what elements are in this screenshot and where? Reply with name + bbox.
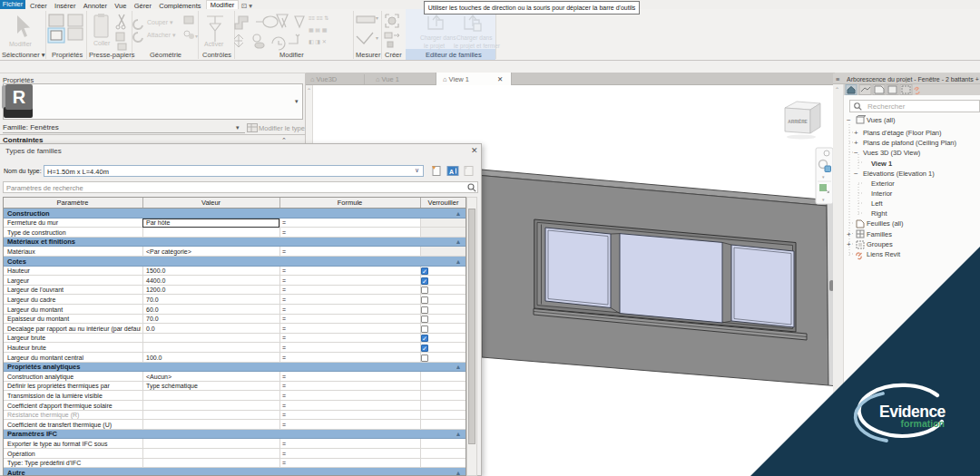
- svg-text:Couper ▾: Couper ▾: [147, 19, 173, 26]
- svg-text:Charger dans: Charger dans: [456, 34, 493, 42]
- svg-text:ARRIÈRE: ARRIÈRE: [788, 118, 808, 124]
- svg-text:Coller: Coller: [93, 40, 111, 46]
- svg-text:◧ ◨ ✕: ◧ ◨ ✕: [309, 39, 327, 44]
- svg-text:Attacher ▾: Attacher ▾: [147, 32, 176, 38]
- svg-text:▾: ▾: [195, 34, 198, 39]
- svg-text:Charger dans: Charger dans: [420, 34, 456, 42]
- svg-text:Activer: Activer: [204, 41, 224, 47]
- svg-text:▾: ▾: [376, 15, 378, 21]
- svg-text:≡≡ ≡≡ ⇅: ≡≡ ≡≡ ⇅: [309, 15, 328, 21]
- svg-text:▾: ▾: [376, 35, 378, 41]
- svg-text:le projet: le projet: [424, 43, 445, 50]
- svg-text:A: A: [449, 169, 454, 175]
- svg-text:formation: formation: [901, 418, 945, 429]
- svg-text:le projet et fermer: le projet et fermer: [454, 43, 501, 50]
- svg-text:▦ ▤ ▦: ▦ ▤ ▦: [309, 27, 328, 33]
- svg-text:Modifier: Modifier: [9, 41, 33, 47]
